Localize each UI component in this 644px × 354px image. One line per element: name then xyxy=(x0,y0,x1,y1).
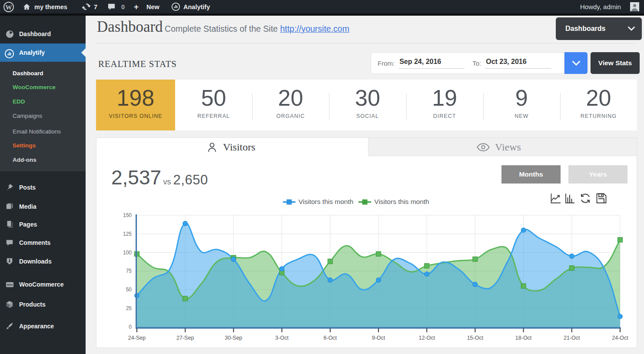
svg-text:W: W xyxy=(6,3,12,10)
svg-text:100: 100 xyxy=(123,250,132,256)
svg-text:18-Oct: 18-Oct xyxy=(515,335,532,341)
svg-text:25: 25 xyxy=(126,305,132,311)
svg-text:12-Oct: 12-Oct xyxy=(418,335,435,341)
svg-text:6-Oct: 6-Oct xyxy=(324,335,337,341)
svg-text:75: 75 xyxy=(126,268,132,274)
svg-text:125: 125 xyxy=(123,231,132,237)
svg-text:30-Sep: 30-Sep xyxy=(225,335,242,341)
svg-text:21-Oct: 21-Oct xyxy=(564,335,580,341)
svg-text:0: 0 xyxy=(129,324,132,330)
svg-text:9-Oct: 9-Oct xyxy=(372,335,385,341)
svg-text:3-Oct: 3-Oct xyxy=(275,335,289,341)
svg-text:150: 150 xyxy=(123,212,132,218)
svg-text:24-Sep: 24-Sep xyxy=(128,335,146,341)
svg-text:24-Oct: 24-Oct xyxy=(612,335,628,341)
svg-text:50: 50 xyxy=(126,287,132,293)
svg-text:15-Oct: 15-Oct xyxy=(467,335,484,341)
svg-text:27-Sep: 27-Sep xyxy=(176,335,194,341)
svg-text:WOO: WOO xyxy=(7,283,13,286)
